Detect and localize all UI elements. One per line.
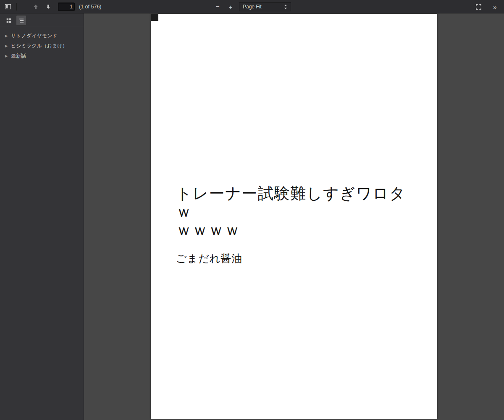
sidebar-toggle-icon [5, 3, 11, 10]
expand-triangle-icon[interactable]: ▶ [0, 54, 11, 58]
document-title-line1: トレーナー試験難しすぎワロタｗ [176, 184, 406, 220]
outline-item[interactable]: ▶ 最新話 [0, 51, 84, 61]
fullscreen-icon [475, 4, 482, 10]
page-number-input[interactable] [58, 3, 75, 11]
sidebar-view-switcher [0, 13, 84, 27]
arrow-down-icon [46, 4, 51, 9]
thumbnails-grid-icon [6, 18, 12, 24]
toolbar: (1 of 576) − + Page Fit » [0, 0, 504, 13]
previous-page-button[interactable] [30, 1, 41, 12]
sidebar-toggle-button[interactable] [3, 1, 13, 12]
zoom-select-value: Page Fit [243, 4, 262, 10]
zoom-level-select[interactable]: Page Fit [239, 2, 291, 11]
zoom-out-button[interactable]: − [212, 1, 223, 12]
toolbar-overflow-button[interactable]: » [490, 1, 501, 12]
next-page-button[interactable] [43, 1, 54, 12]
document-title: トレーナー試験難しすぎワロタｗｗｗｗｗ [176, 184, 418, 239]
thumbnails-view-button[interactable] [3, 15, 14, 26]
page-corner-mark [151, 14, 158, 21]
document-outline: ▶ サトノダイヤモンド ▶ ヒシミラクル（おまけ） ▶ 最新話 [0, 27, 84, 61]
outline-item[interactable]: ▶ サトノダイヤモンド [0, 31, 84, 41]
outline-item[interactable]: ▶ ヒシミラクル（おまけ） [0, 41, 84, 51]
document-title-line2: ｗｗｗｗ [176, 221, 241, 239]
outline-list-icon [18, 18, 24, 24]
expand-triangle-icon[interactable]: ▶ [0, 34, 11, 38]
outline-view-button[interactable] [16, 15, 26, 26]
document-content: トレーナー試験難しすぎワロタｗｗｗｗｗ ごまだれ醤油 [176, 184, 418, 265]
outline-item-label: ヒシミラクル（おまけ） [11, 42, 68, 50]
sidebar: ▶ サトノダイヤモンド ▶ ヒシミラクル（おまけ） ▶ 最新話 [0, 13, 84, 420]
document-page: トレーナー試験難しすぎワロタｗｗｗｗｗ ごまだれ醤油 [151, 14, 437, 419]
arrow-up-icon [33, 4, 38, 9]
presentation-mode-button[interactable] [473, 1, 484, 12]
expand-triangle-icon[interactable]: ▶ [0, 44, 11, 48]
outline-item-label: サトノダイヤモンド [11, 32, 58, 39]
document-author: ごまだれ醤油 [176, 252, 418, 265]
viewer-scroll-area[interactable]: トレーナー試験難しすぎワロタｗｗｗｗｗ ごまだれ醤油 [84, 13, 504, 420]
toolbar-separator [16, 3, 17, 10]
outline-item-label: 最新話 [11, 52, 26, 60]
zoom-in-button[interactable]: + [225, 1, 236, 12]
select-chevrons-icon [284, 4, 287, 10]
page-count-label: (1 of 576) [79, 0, 102, 13]
